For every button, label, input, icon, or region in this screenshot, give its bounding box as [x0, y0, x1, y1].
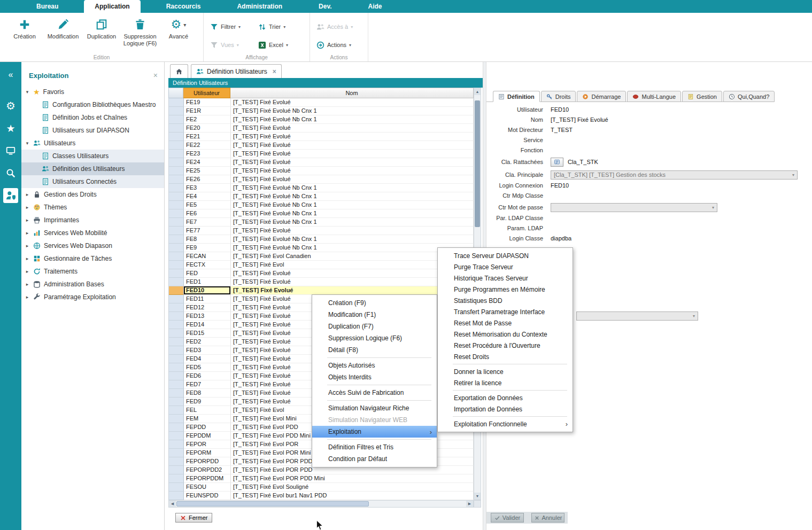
cell-utilisateur[interactable]: FE5 — [184, 201, 231, 209]
tree-item-favoris[interactable]: ▾★Favoris — [21, 85, 164, 98]
tree-item-param-trage-exploitation[interactable]: ▸Paramétrage Exploitation — [21, 291, 164, 303]
detail-tab-multi-langue[interactable]: Multi-Langue — [627, 91, 681, 102]
cell-utilisateur[interactable]: FED5 — [184, 363, 231, 372]
cell-nom[interactable]: [T_TEST] Fixé Evolué — [231, 175, 474, 184]
row-selector-cell[interactable] — [169, 355, 184, 363]
row-selector-cell[interactable] — [169, 167, 184, 175]
excel-button[interactable]: Excel▾ — [258, 40, 303, 50]
menubar-tab-aide[interactable]: Aide — [358, 0, 393, 13]
cell-utilisateur[interactable]: FECTX — [184, 261, 231, 269]
row-selector-cell[interactable] — [169, 449, 184, 457]
table-row[interactable]: FE23[T_TEST] Fixé Evolué — [169, 150, 474, 158]
cell-utilisateur[interactable]: FEL — [184, 406, 231, 415]
cell-utilisateur[interactable]: FE8 — [184, 235, 231, 244]
scroll-right-icon[interactable]: ▶ — [466, 501, 473, 507]
row-selector-cell[interactable] — [169, 312, 184, 321]
tree-item-d-finition-des-utilisateurs[interactable]: Définition des Utilisateurs — [21, 162, 164, 175]
table-row[interactable]: FE77[T_TEST] Fixé Evolué — [169, 227, 474, 235]
cell-utilisateur[interactable]: FED4 — [184, 355, 231, 363]
cla-principale-select[interactable]: [Cla_T_STK] [T_TEST] Gestion des stocks▾ — [551, 170, 798, 180]
table-row[interactable]: FEPORPDDM[T_TEST] Fixé Evol POR PDD Mini — [169, 474, 474, 483]
row-selector-cell[interactable] — [169, 107, 184, 115]
table-row[interactable]: FE21[T_TEST] Fixé Evolué — [169, 132, 474, 141]
row-selector-cell[interactable] — [169, 321, 184, 329]
row-selector-cell[interactable] — [169, 440, 184, 449]
menu-item-d-finition-filtres-et-tris[interactable]: Définition Filtres et Tris — [312, 441, 437, 453]
vertical-scroll-thumb[interactable] — [475, 100, 480, 227]
cell-utilisateur[interactable]: FED1 — [184, 278, 231, 286]
acc-s-button[interactable]: Accès à▾ — [316, 21, 361, 32]
cell-nom[interactable]: [T_TEST] Fixé Evolué — [231, 98, 474, 107]
table-row[interactable]: FE19[T_TEST] Fixé Evolué — [169, 98, 474, 107]
avanc-button[interactable]: ⚙▾Avancé — [160, 15, 197, 54]
row-selector-cell[interactable] — [169, 415, 184, 423]
row-selector-cell[interactable] — [169, 244, 184, 252]
row-selector-cell[interactable] — [169, 278, 184, 286]
row-selector-cell[interactable] — [169, 286, 184, 295]
menu-item-d-tail-f8[interactable]: Détail (F8) — [312, 344, 437, 356]
row-selector-cell[interactable] — [169, 227, 184, 235]
menu-item-trace-serveur-diapason[interactable]: Trace Serveur DIAPASON — [438, 250, 573, 261]
table-row[interactable]: FE5[T_TEST] Fixé Evolué Nb Cnx 1 — [169, 201, 474, 209]
detail-tab-gestion[interactable]: Gestion — [682, 91, 722, 102]
row-selector-cell[interactable] — [169, 124, 184, 132]
cell-utilisateur[interactable]: FE26 — [184, 175, 231, 184]
row-selector-cell[interactable] — [169, 184, 184, 192]
cell-utilisateur[interactable]: FE4 — [184, 192, 231, 201]
class-picker-button[interactable] — [551, 158, 563, 167]
menu-item-importation-de-donn-es[interactable]: Importation de Données — [438, 403, 573, 415]
row-selector-cell[interactable] — [169, 406, 184, 415]
table-row[interactable]: FE1R[T_TEST] Fixé Evolué Nb Cnx 1 — [169, 107, 474, 115]
tree-item-classes-utilisateurs[interactable]: Classes Utilisateurs — [21, 150, 164, 162]
cell-nom[interactable]: [T_TEST] Fixé Evolué Nb Cnx 1 — [231, 235, 474, 244]
tree-item-utilisateurs-sur-diapason[interactable]: Utilisateurs sur DIAPASON — [21, 124, 164, 137]
fermer-button[interactable]: Fermer — [175, 513, 212, 523]
ctr-mot-de-passe-select[interactable]: ▾ — [551, 203, 717, 212]
cell-utilisateur[interactable]: FECAN — [184, 252, 231, 261]
collapse-panel-button[interactable]: « — [3, 67, 18, 82]
menu-item-objets-interdits[interactable]: Objets Interdits — [312, 371, 437, 383]
cell-nom[interactable]: [T_TEST] Fixé Evolué Nb Cnx 1 — [231, 218, 474, 227]
cell-utilisateur[interactable]: FE2 — [184, 115, 231, 124]
search-button[interactable] — [3, 166, 18, 181]
cell-utilisateur[interactable]: FED13 — [184, 312, 231, 321]
tree-item-traitements[interactable]: ▸Traitements — [21, 265, 164, 278]
row-selector-cell[interactable] — [169, 457, 184, 466]
scroll-up-icon[interactable]: ▲ — [474, 88, 481, 95]
cell-utilisateur[interactable]: FED12 — [184, 303, 231, 312]
cell-utilisateur[interactable]: FE9 — [184, 244, 231, 252]
cell-utilisateur[interactable]: FEPORM — [184, 449, 231, 457]
menu-item-objets-autoris-s[interactable]: Objets Autorisés — [312, 360, 437, 371]
menu-item-simulation-navigateur-web[interactable]: Simulation Navigateur WEB — [312, 414, 437, 426]
hidden-field-select[interactable]: ▾ — [576, 311, 698, 321]
cell-utilisateur[interactable]: FED6 — [184, 372, 231, 380]
menu-item-reset-droits[interactable]: Reset Droits — [438, 351, 573, 362]
row-selector-cell[interactable] — [169, 115, 184, 124]
cell-utilisateur[interactable]: FE20 — [184, 124, 231, 132]
tree-item-d-finition-jobs-et-cha-nes[interactable]: Définition Jobs et Chaînes — [21, 111, 164, 124]
table-row[interactable]: FECTX[T_TEST] Fixé Evol — [169, 261, 474, 269]
cell-nom[interactable]: [T_TEST] Fixé Evolué — [231, 150, 474, 158]
menu-item-donner-la-licence[interactable]: Donner la licence — [438, 366, 573, 377]
tree-item-configuration-biblioth-ques-maestro[interactable]: Configuration Bibliothèques Maestro — [21, 98, 164, 111]
cell-utilisateur[interactable]: FEPOR — [184, 440, 231, 449]
tree-item-imprimantes[interactable]: ▸Imprimantes — [21, 214, 164, 227]
row-selector-cell[interactable] — [169, 338, 184, 346]
cell-utilisateur[interactable]: FE24 — [184, 158, 231, 167]
row-selector-cell[interactable] — [169, 380, 184, 389]
row-selector-cell[interactable] — [169, 158, 184, 167]
cell-utilisateur[interactable]: FESOU — [184, 483, 231, 492]
table-row[interactable]: FESOU[T_TEST] Fixé Evol Souligné — [169, 483, 474, 492]
detail-tab-d-marrage[interactable]: Démarrage — [577, 91, 626, 102]
cell-nom[interactable]: [T_TEST] Fixé Evolué Nb Cnx 1 — [231, 115, 474, 124]
cell-utilisateur[interactable]: FE3 — [184, 184, 231, 192]
row-selector-cell[interactable] — [169, 132, 184, 141]
header-row-selector[interactable] — [168, 88, 183, 98]
cell-nom[interactable]: [T_TEST] Fixé Evol POR PDD Mini — [231, 474, 474, 483]
cell-nom[interactable]: [T_TEST] Fixé Evolué — [231, 141, 474, 150]
cell-utilisateur[interactable]: FE22 — [184, 141, 231, 150]
detail-tab-droits[interactable]: Droits — [541, 91, 576, 102]
cell-nom[interactable]: [T_TEST] Fixé Evolué — [231, 132, 474, 141]
cell-utilisateur[interactable]: FE77 — [184, 227, 231, 235]
duplication-button[interactable]: Duplication — [83, 15, 120, 54]
